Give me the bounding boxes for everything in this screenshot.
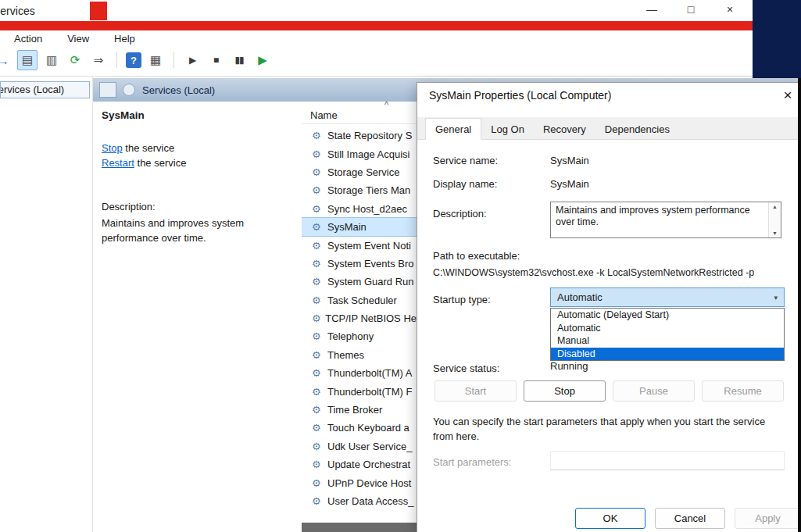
menu-item-help[interactable]: Help [113, 32, 137, 45]
description-textbox-value: Maintains and improves system performanc… [556, 205, 767, 228]
chevron-down-icon: ▾ [774, 294, 778, 302]
service-name: SysMain [327, 221, 367, 233]
service-row[interactable]: ⚙SysMain [302, 218, 417, 236]
service-name: System Event Noti [327, 240, 411, 252]
export-list-icon[interactable]: ⇒ [89, 51, 108, 70]
tab-log-on[interactable]: Log On [481, 119, 534, 139]
window-icon[interactable]: ▥ [42, 51, 61, 70]
refresh-icon[interactable]: ⟳ [66, 51, 84, 70]
service-row[interactable]: ⚙Themes [302, 346, 417, 364]
window-titlebar: Services [0, 0, 754, 22]
dropdown-option[interactable]: Automatic (Delayed Start) [551, 309, 784, 322]
service-row[interactable]: ⚙TCP/IP NetBIOS He [302, 309, 417, 327]
console-tree-panel: Services (Local) [0, 77, 93, 532]
service-row[interactable]: ⚙System Event Noti [302, 236, 417, 254]
service-row[interactable]: ⚙Time Broker [302, 401, 417, 419]
apply-button[interactable]: Apply [735, 508, 801, 529]
restart-service-icon[interactable]: ▶ [253, 51, 272, 70]
stop-service-icon[interactable]: ■ [206, 51, 225, 70]
start-button[interactable]: Start [434, 380, 517, 402]
service-name: UPnP Device Host [327, 477, 411, 489]
resume-button[interactable]: Resume [702, 380, 784, 402]
pause-button[interactable]: Pause [613, 380, 695, 402]
service-row[interactable]: ⚙UPnP Device Host [302, 473, 417, 491]
stop-button[interactable]: Stop [524, 380, 606, 402]
dialog-close-icon[interactable]: × [778, 85, 798, 105]
service-name: Sync Host_d2aec [327, 203, 407, 215]
tab-general[interactable]: General [425, 118, 481, 140]
startup-type-dropdown: Automatic (Delayed Start)AutomaticManual… [550, 308, 785, 361]
extended-view-icon[interactable]: ▦ [146, 51, 165, 70]
gear-icon: ⚙ [312, 404, 324, 416]
maximize-button[interactable]: □ [682, 3, 699, 16]
description-textbox[interactable]: Maintains and improves system performanc… [550, 202, 781, 238]
service-row[interactable]: ⚙System Events Bro [302, 255, 417, 273]
tree-item-services-local[interactable]: Services (Local) [0, 81, 90, 98]
window-controls: — □ × [643, 3, 738, 16]
pane-header-icon [99, 82, 116, 98]
stop-service-link[interactable]: Stop [102, 142, 123, 154]
start-parameters-input[interactable] [550, 451, 785, 470]
menu-item-action[interactable]: Action [13, 32, 44, 45]
gear-icon: ⚙ [312, 422, 324, 434]
display-name-label: Display name: [433, 178, 497, 190]
gear-icon: ⚙ [312, 203, 324, 215]
red-accent-band [0, 21, 801, 30]
gear-icon: ⚙ [312, 367, 324, 379]
gear-icon: ⚙ [312, 240, 324, 252]
pane-header-circle-icon [123, 84, 135, 96]
scroll-up-icon[interactable]: ▲ [769, 204, 781, 209]
service-name: Themes [327, 349, 364, 361]
service-name: Thunderbolt(TM) F [327, 386, 412, 398]
gear-icon: ⚙ [312, 148, 324, 160]
properties-dialog: SysMain Properties (Local Computer) × Ge… [417, 82, 801, 532]
close-button[interactable]: × [721, 3, 738, 16]
service-row[interactable]: ⚙Udk User Service_ [302, 437, 417, 455]
description-scrollbar[interactable]: ▲ ▼ [768, 202, 781, 237]
service-row[interactable]: ⚙System Guard Run [302, 273, 417, 291]
scroll-down-icon[interactable]: ▼ [769, 230, 781, 236]
forward-icon[interactable]: → [0, 51, 13, 70]
gear-icon: ⚙ [312, 130, 324, 141]
gear-icon: ⚙ [312, 221, 324, 233]
service-row[interactable]: ⚙Storage Service [302, 163, 417, 181]
service-row[interactable]: ⚙Sync Host_d2aec [302, 200, 417, 218]
service-row[interactable]: ⚙Telephony [302, 327, 417, 345]
service-row[interactable]: ⚙Thunderbolt(TM) F [302, 382, 417, 400]
services-list-pane: Name ^ ⚙State Repository S⚙Still Image A… [302, 102, 417, 532]
dropdown-option[interactable]: Disabled [551, 348, 784, 361]
stop-service-line: Stop the service [102, 142, 174, 154]
path-value: C:\WINDOWS\system32\svchost.exe -k Local… [433, 267, 754, 278]
list-header: Name ^ [302, 102, 417, 124]
help-icon[interactable]: ? [126, 52, 141, 68]
service-row[interactable]: ⚙Task Scheduler [302, 291, 417, 309]
service-name-label: Service name: [433, 155, 498, 166]
ok-button[interactable]: OK [575, 508, 645, 529]
service-row[interactable]: ⚙State Repository S [302, 127, 417, 145]
navy-corner-block [753, 0, 801, 78]
gear-icon: ⚙ [312, 386, 324, 398]
name-column-header[interactable]: Name [310, 109, 338, 121]
startup-type-combobox[interactable]: Automatic ▾ [550, 287, 785, 307]
tab-dependencies[interactable]: Dependencies [595, 119, 679, 139]
console-tree-icon[interactable]: ▤ [17, 50, 38, 70]
service-row[interactable]: ⚙Still Image Acquisi [302, 145, 417, 162]
service-row[interactable]: ⚙User Data Access_ [302, 492, 417, 510]
toolbar-separator [116, 52, 117, 68]
pause-service-icon[interactable]: ▮▮ [230, 51, 249, 70]
dropdown-option[interactable]: Automatic [551, 322, 784, 335]
minimize-button[interactable]: — [643, 3, 660, 16]
red-accent-block [90, 2, 107, 20]
service-row[interactable]: ⚙Touch Keyboard a [302, 419, 417, 437]
cancel-button[interactable]: Cancel [655, 508, 725, 529]
horizontal-scrollbar-thumb[interactable] [302, 523, 417, 532]
menu-item-view[interactable]: View [66, 32, 91, 45]
tab-recovery[interactable]: Recovery [534, 119, 595, 139]
service-row[interactable]: ⚙Thunderbolt(TM) A [302, 364, 417, 382]
service-row[interactable]: ⚙Storage Tiers Man [302, 181, 417, 199]
service-row[interactable]: ⚙Update Orchestrat [302, 455, 417, 473]
restart-service-link[interactable]: Restart [102, 157, 134, 169]
start-service-icon[interactable]: ▶ [183, 51, 202, 70]
dropdown-option[interactable]: Manual [551, 334, 784, 348]
gear-icon: ⚙ [312, 258, 324, 270]
